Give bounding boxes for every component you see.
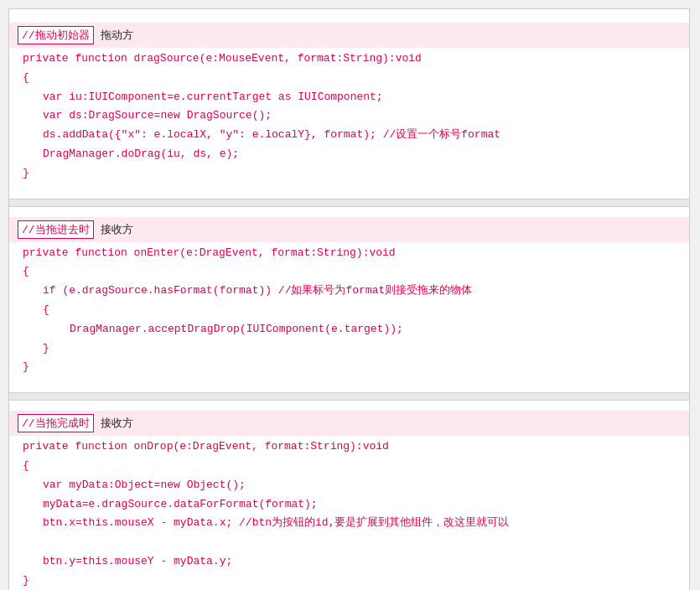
code-line: DragManager.doDrag(iu, ds, e); — [9, 145, 689, 164]
code-line: } — [9, 164, 689, 184]
code-block-drag-enter: private function onEnter(e:DragEvent, fo… — [9, 242, 689, 380]
section-title-drag-enter: 接收方 — [101, 222, 133, 237]
code-line: var iu:IUIComponent=e.currentTarget as I… — [9, 88, 689, 107]
section-label-drag-source: //拖动初始器 — [18, 26, 94, 44]
code-line: } — [9, 358, 689, 377]
code-line: ds.addData({"x": e.localX, "y": e.localY… — [9, 126, 689, 145]
section-title-drag-source: 拖动方 — [101, 28, 133, 43]
code-line: } — [9, 339, 689, 359]
code-block-drag-drop: private function onDrop(e:DragEvent, for… — [9, 436, 689, 590]
section-header-drag-drop: //当拖完成时 接收方 — [9, 411, 689, 436]
section-header-drag-source: //拖动初始器 拖动方 — [9, 23, 689, 48]
code-line: private function onDrop(e:DragEvent, for… — [9, 437, 689, 457]
code-line: { — [9, 69, 689, 88]
section-label-drag-drop: //当拖完成时 — [18, 414, 94, 432]
divider-2 — [9, 392, 689, 401]
code-line: btn.y=this.mouseY - myData.y; — [9, 552, 689, 572]
code-line: private function dragSource(e:MouseEvent… — [9, 49, 689, 69]
section-drag-source: //拖动初始器 拖动方 private function dragSource(… — [9, 18, 689, 194]
code-line: myData=e.dragSource.dataForFormat(format… — [9, 495, 689, 515]
section-header-drag-enter: //当拖进去时 接收方 — [9, 217, 689, 242]
section-label-drag-enter: //当拖进去时 — [18, 220, 94, 239]
code-line: { — [9, 262, 689, 282]
code-line: DragManager.acceptDragDrop(IUIComponent(… — [9, 320, 689, 339]
code-line: private function onEnter(e:DragEvent, fo… — [9, 244, 689, 263]
section-title-drag-drop: 接收方 — [101, 416, 133, 431]
section-drag-drop: //当拖完成时 接收方 private function onDrop(e:Dr… — [9, 406, 689, 590]
code-line: { — [9, 457, 689, 476]
divider-1 — [9, 199, 689, 207]
code-line: var myData:Object=new Object(); — [9, 476, 689, 495]
section-drag-enter: //当拖进去时 接收方 private function onEnter(e:D… — [9, 212, 689, 388]
code-line: } — [9, 572, 689, 590]
code-line: { — [9, 301, 689, 320]
code-line: if (e.dragSource.hasFormat(format)) //如果… — [9, 282, 689, 301]
code-line: btn.x=this.mouseX - myData.x; //btn为按钮的i… — [9, 514, 689, 533]
code-line: var ds:DragSource=new DragSource(); — [9, 106, 689, 126]
code-block-drag-source: private function dragSource(e:MouseEvent… — [9, 48, 689, 185]
code-line — [9, 533, 689, 552]
code-container: //拖动初始器 拖动方 private function dragSource(… — [8, 8, 690, 590]
